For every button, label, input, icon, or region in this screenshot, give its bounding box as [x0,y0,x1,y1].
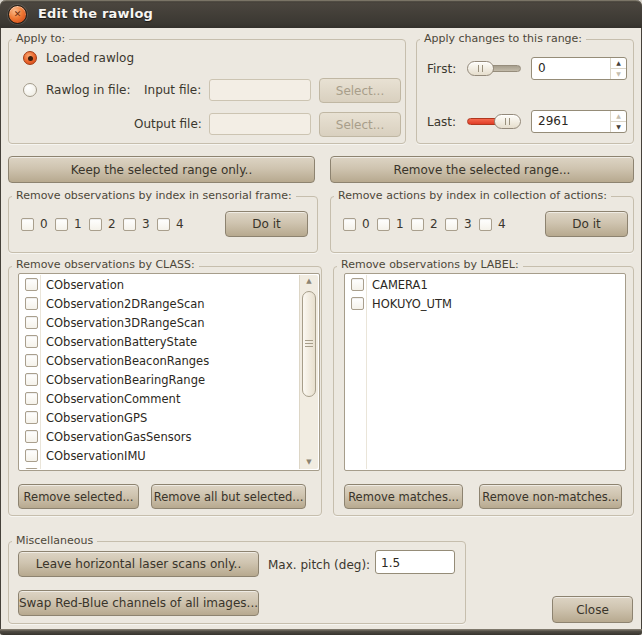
item-checkbox[interactable] [351,297,364,310]
sensorial-index-checkbox[interactable]: 3 [123,217,157,231]
swap-red-blue-button[interactable]: Swap Red-Blue channels of all images... [18,590,259,616]
window-bottom-border [0,629,642,635]
checkbox-icon[interactable] [21,218,34,231]
item-checkbox[interactable] [25,392,38,405]
radio-rawlog-in-file-label[interactable]: Rawlog in file: [46,83,130,97]
item-checkbox[interactable] [25,278,38,291]
label-list[interactable]: CAMERA1 HOKUYO_UTM [344,273,626,471]
checkbox-icon[interactable] [123,218,136,231]
class-legend: Remove observations by CLASS: [12,258,199,271]
actions-checkbox-row: 0 1 2 3 4 [343,217,513,231]
item-checkbox[interactable] [25,354,38,367]
checkbox-icon[interactable] [157,218,170,231]
checkbox-icon[interactable] [55,218,68,231]
last-spin-down-icon[interactable]: ▼ [611,121,626,132]
miscellaneous-group: Miscellaneous Leave horizontal laser sca… [8,541,466,624]
sensorial-index-checkbox[interactable]: 2 [89,217,123,231]
sensorial-index-checkbox[interactable]: 1 [55,217,89,231]
item-checkbox[interactable] [25,316,38,329]
radio-loaded-rawlog-label[interactable]: Loaded rawlog [46,51,134,65]
radio-rawlog-in-file[interactable] [23,83,37,97]
scrollbar-thumb[interactable] [302,291,316,397]
action-index-checkbox[interactable]: 0 [343,217,377,231]
action-index-checkbox[interactable]: 1 [377,217,411,231]
label-list-item[interactable]: HOKUYO_UTM [346,294,624,313]
apply-to-legend: Apply to: [12,32,69,45]
apply-to-group: Apply to: Loaded rawlog Rawlog in file: … [8,39,406,144]
keep-range-button[interactable]: Keep the selected range only.. [8,156,315,183]
class-list-item[interactable]: CObservation3DRangeScan [20,313,299,332]
action-index-checkbox[interactable]: 2 [411,217,445,231]
class-list-item[interactable]: CObservation [20,275,299,294]
remove-all-but-selected-button[interactable]: Remove all but selected... [151,484,306,509]
sensorial-do-it-button[interactable]: Do it [225,211,308,237]
first-slider[interactable] [467,61,521,76]
item-checkbox[interactable] [25,297,38,310]
class-list-item[interactable]: CObservationComment [20,389,299,408]
leave-horizontal-scans-button[interactable]: Leave horizontal laser scans only.. [18,551,259,577]
sensorial-index-checkbox[interactable]: 0 [21,217,55,231]
checkbox-icon[interactable] [343,218,356,231]
scroll-up-icon[interactable]: ▲ [300,278,318,285]
checkbox-icon[interactable] [445,218,458,231]
class-list-item[interactable]: CObservationImage [20,465,299,469]
select-output-file-button[interactable]: Select... [319,112,401,137]
remove-non-matches-button[interactable]: Remove non-matches... [479,484,622,509]
window-close-button[interactable]: ✕ [8,5,27,24]
sensorial-index-checkbox[interactable]: 4 [157,217,191,231]
first-spin-up-icon[interactable]: ▲ [611,58,626,68]
first-slider-thumb[interactable] [467,61,494,76]
last-spin-up-icon[interactable]: ▲ [611,111,626,121]
remove-selected-button[interactable]: Remove selected... [18,484,139,509]
item-checkbox[interactable] [351,278,364,291]
class-list-item[interactable]: CObservation2DRangeScan [20,294,299,313]
slider-grip-icon [505,118,510,125]
class-list-item[interactable]: CObservationGPS [20,408,299,427]
checkbox-icon[interactable] [411,218,424,231]
action-index-checkbox[interactable]: 3 [445,217,479,231]
class-list-item[interactable]: CObservationGasSensors [20,427,299,446]
scroll-down-icon[interactable]: ▼ [300,459,318,466]
actions-do-it-button[interactable]: Do it [545,211,628,237]
item-checkbox[interactable] [25,430,38,443]
class-list-item[interactable]: CObservationBatteryState [20,332,299,351]
class-list-item[interactable]: CObservationIMU [20,446,299,465]
first-spinner[interactable]: 0 ▲ ▼ [531,57,627,80]
remove-range-button[interactable]: Remove the selected range... [330,156,634,183]
checkbox-icon[interactable] [89,218,102,231]
titlebar[interactable]: ✕ Edit the rawlog [0,0,642,28]
close-button[interactable]: Close [552,596,633,623]
actions-index-group: Remove actions by index in collection of… [330,196,634,253]
last-label: Last: [427,115,456,129]
item-checkbox[interactable] [25,335,38,348]
first-spin-down-icon[interactable]: ▼ [611,68,626,79]
output-file-field[interactable] [209,113,311,135]
item-checkbox[interactable] [25,411,38,424]
radio-loaded-rawlog[interactable] [23,51,37,65]
select-input-file-button[interactable]: Select... [319,78,401,103]
class-list-scrollbar[interactable]: ▲ ▼ [299,275,318,469]
item-checkbox[interactable] [25,373,38,386]
misc-legend: Miscellaneous [12,534,97,547]
close-icon: ✕ [14,10,22,19]
range-group: Apply changes to this range: First: 0 ▲ … [416,39,634,144]
actions-legend: Remove actions by index in collection of… [334,189,611,202]
class-list-item[interactable]: CObservationBearingRange [20,370,299,389]
action-index-checkbox[interactable]: 4 [479,217,513,231]
remove-by-class-group: Remove observations by CLASS: CObservati… [8,266,322,516]
last-spinner[interactable]: 2961 ▲ ▼ [531,110,627,133]
checkbox-icon[interactable] [377,218,390,231]
label-list-item[interactable]: CAMERA1 [346,275,624,294]
edit-rawlog-dialog: ✕ Edit the rawlog Apply to: Loaded rawlo… [0,0,642,635]
remove-matches-button[interactable]: Remove matches... [344,484,463,509]
item-checkbox[interactable] [25,449,38,462]
class-list-item[interactable]: CObservationBeaconRanges [20,351,299,370]
max-pitch-field[interactable] [375,550,455,574]
last-slider[interactable] [467,114,521,129]
input-file-field[interactable] [209,79,311,101]
checkbox-icon[interactable] [479,218,492,231]
label-list-rows: CAMERA1 HOKUYO_UTM [346,275,624,469]
item-checkbox[interactable] [25,468,38,469]
class-list[interactable]: CObservation CObservation2DRangeScan COb… [18,273,320,471]
last-slider-thumb[interactable] [494,114,521,129]
